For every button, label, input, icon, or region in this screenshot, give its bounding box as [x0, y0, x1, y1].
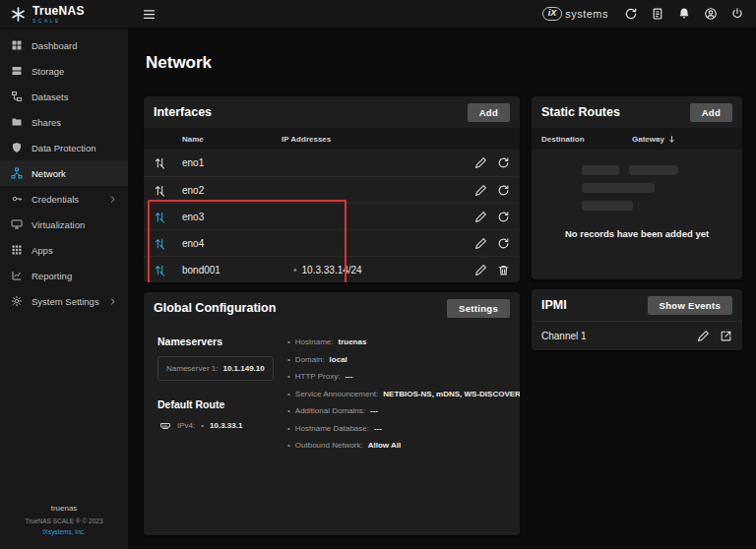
bullet: • — [287, 441, 290, 450]
brand-sub-label: SCALE — [32, 19, 85, 24]
main-content: Network Interfaces Add Name IP Addresses… — [128, 28, 756, 549]
bullet: • — [293, 265, 297, 275]
dashboard-icon — [11, 39, 23, 51]
interface-row: eno3 — [144, 203, 520, 229]
power-button[interactable] — [730, 7, 744, 21]
row-actions — [474, 237, 510, 250]
bullet: • — [287, 337, 290, 346]
skeleton-row — [582, 165, 692, 175]
interface-state-icon — [154, 211, 166, 223]
sidebar-item-dashboard[interactable]: Dashboard — [0, 32, 128, 58]
refresh-button[interactable] — [497, 156, 510, 169]
delete-icon — [497, 264, 510, 276]
interface-row: eno2 — [144, 176, 520, 203]
ipmi-row: Channel 1 — [532, 321, 742, 350]
alerts-button[interactable] — [677, 7, 691, 21]
edit-button[interactable] — [474, 184, 487, 197]
topbar: TrueNAS SCALE iX systems — [0, 0, 756, 28]
skeleton-bar — [582, 201, 633, 211]
detail-label: HTTP Proxy: — [295, 372, 341, 381]
empty-skeleton — [582, 165, 692, 211]
user-button[interactable] — [704, 7, 718, 21]
skeleton-bar — [582, 165, 619, 175]
sidebar-item-label: Storage — [32, 66, 64, 77]
sidebar-footer: truenas TrueNAS SCALE ® © 2023 iXsystems… — [0, 502, 128, 549]
config-detail-item: •Domain:local — [287, 355, 520, 364]
sidebar-item-credentials[interactable]: Credentials — [0, 186, 128, 212]
nameservers-heading: Nameservers — [158, 336, 274, 347]
refresh-icon — [497, 211, 510, 223]
config-detail-item: •Hostname:truenas — [287, 337, 520, 346]
detail-value: --- — [374, 424, 382, 433]
jobs-button[interactable] — [651, 7, 664, 21]
detail-value: truenas — [339, 337, 367, 346]
ix-text: systems — [565, 8, 608, 20]
system-settings-icon — [11, 295, 23, 307]
skeleton-bar — [629, 165, 678, 175]
sidebar-item-label: Data Protection — [32, 143, 95, 153]
update-button[interactable] — [624, 7, 638, 21]
edit-button[interactable] — [474, 264, 487, 276]
power-icon — [730, 7, 744, 21]
sidebar-item-storage[interactable]: Storage — [0, 58, 128, 84]
alerts-icon — [677, 7, 691, 21]
update-icon — [624, 7, 638, 21]
sidebar-item-label: Datasets — [32, 92, 69, 102]
menu-toggle-icon[interactable] — [142, 7, 157, 22]
open-in-new-icon — [720, 330, 732, 342]
interface-row: eno4 — [144, 229, 520, 256]
sidebar-item-data-protection[interactable]: Data Protection — [0, 135, 128, 160]
interface-state-icon — [154, 264, 166, 276]
sidebar-nav: DashboardStorageDatasetsSharesData Prote… — [0, 28, 128, 314]
refresh-button[interactable] — [497, 211, 510, 223]
column-gateway-label: Gateway — [632, 135, 664, 144]
topbar-actions — [624, 7, 744, 21]
settings-button[interactable]: Settings — [447, 299, 510, 318]
delete-button[interactable] — [497, 264, 510, 276]
interface-name: eno3 — [182, 212, 276, 222]
jobs-icon — [651, 7, 664, 21]
detail-label: Hostname: — [295, 337, 334, 346]
detail-label: Service Announcement: — [295, 390, 379, 398]
refresh-icon — [497, 156, 510, 169]
sidebar-item-network[interactable]: Network — [0, 160, 128, 186]
column-destination[interactable]: Destination — [541, 135, 632, 144]
sidebar-item-label: Reporting — [32, 271, 72, 281]
nameservers-list: Nameserver 1:10.1.149.10 — [158, 356, 274, 381]
bullet: • — [287, 424, 290, 433]
row-actions — [697, 330, 732, 342]
interfaces-card-header: Interfaces Add — [144, 96, 520, 128]
sidebar-item-virtualization[interactable]: Virtualization — [0, 212, 128, 237]
edit-button[interactable] — [474, 237, 487, 250]
edit-button[interactable] — [474, 156, 487, 169]
show-events-button[interactable]: Show Events — [648, 296, 732, 315]
bullet: • — [201, 421, 204, 430]
detail-value: local — [330, 355, 347, 364]
refresh-button[interactable] — [497, 184, 510, 197]
ipmi-header: IPMI Show Events — [532, 289, 742, 321]
sidebar-item-apps[interactable]: Apps — [0, 237, 128, 263]
sidebar-item-system-settings[interactable]: System Settings — [0, 288, 128, 314]
sidebar-item-reporting[interactable]: Reporting — [0, 263, 128, 288]
interface-state-icon — [154, 237, 166, 250]
default-route-label: IPv4: — [177, 421, 195, 430]
sidebar-item-shares[interactable]: Shares — [0, 109, 128, 135]
interface-name: eno1 — [182, 157, 276, 168]
column-name[interactable]: Name — [182, 135, 282, 144]
sidebar-item-datasets[interactable]: Datasets — [0, 84, 128, 109]
refresh-button[interactable] — [497, 237, 510, 250]
static-routes-add-button[interactable]: Add — [690, 103, 732, 122]
interface-state-icon — [154, 184, 166, 197]
footer-company-link[interactable]: iXsystems, Inc. — [0, 526, 128, 537]
column-gateway[interactable]: Gateway — [632, 135, 732, 144]
edit-button[interactable] — [474, 211, 487, 223]
brand-name: TrueNAS — [32, 5, 85, 17]
static-routes-table-header: Destination Gateway — [532, 128, 742, 150]
truenas-logo-icon — [10, 6, 27, 23]
interfaces-add-button[interactable]: Add — [468, 103, 510, 122]
edit-button[interactable] — [697, 330, 710, 342]
interface-state-icon — [154, 156, 166, 169]
refresh-icon — [497, 184, 510, 197]
router-icon — [159, 419, 171, 431]
open-in-new-button[interactable] — [720, 330, 732, 342]
